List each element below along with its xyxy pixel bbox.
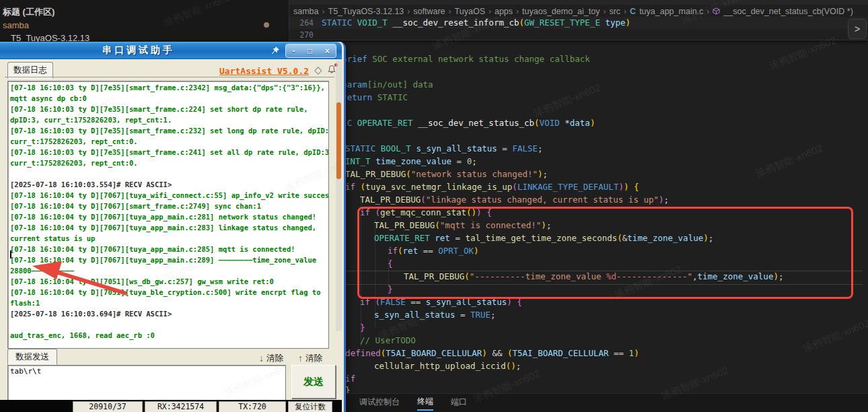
code-token: T5AI_BOARD_CELLULAR (386, 348, 482, 358)
code-token: ( (421, 195, 426, 205)
sticky-expand-button[interactable]: > (848, 19, 867, 39)
code-token: == (614, 348, 629, 358)
code-token: s_syn_all_status (374, 310, 460, 320)
log-line: flash:1 (10, 299, 40, 307)
window-controls: - □ × (285, 44, 336, 58)
code-token: ) (511, 361, 516, 371)
clear-recv-button[interactable]: ↓ 清除 (259, 351, 283, 365)
log-line: [07-18 16:10:04 ty D][7067][tuya_app_mai… (10, 245, 295, 253)
code-line: TAL_PR_DEBUG("linkage status changed, cu… (360, 194, 669, 206)
code-line: s_syn_all_status = TRUE; (374, 309, 496, 321)
scrollbar-track[interactable] (336, 61, 342, 331)
code-token: ) (618, 182, 624, 192)
window-titlebar[interactable]: 串口调试助手 - □ × (0, 42, 342, 59)
scrollbar-thumb-orange[interactable] (336, 102, 341, 179)
code-token: TRUE (470, 310, 491, 320)
panel-tab-inactive[interactable]: 调试控制台 (359, 397, 400, 410)
log-line: [07-18 16:10:04 ty D][7051][ws_db_gw.c:2… (10, 277, 274, 285)
screen: 标题 (工作区) samba T5_TuyaOS-3.12.13 samba›T… (0, 0, 868, 412)
close-button[interactable]: × (325, 46, 330, 56)
code-token: = (502, 143, 512, 153)
chevron-right-icon: > (855, 24, 860, 34)
serial-assistant-window: 串口调试助手 - □ × 数据日志 UartAssist V5.0.2 ◇ (0, 42, 346, 412)
log-line: [2025-07-18 16:10:03.554]# RECV ASCII> (10, 180, 172, 188)
code-token: // UserTODO (360, 335, 416, 345)
code-token: * (565, 118, 570, 128)
code-token: tuya_svc_netmgr_linkage_is_up (365, 182, 512, 192)
log-line: [07-18 16:10:03 ty D][7e35][smart_frame.… (10, 127, 329, 135)
log-line: [07-18 16:10:04 ty D][7067][tuya_wifi_co… (10, 191, 329, 199)
log-line: mqtt async dp cb:0 (10, 94, 87, 102)
tab-divider (5, 77, 334, 77)
log-line: curr_t:1752826203, rept_cnt:0. (10, 137, 138, 145)
code-token: ; (543, 169, 548, 179)
panel-tab-inactive[interactable]: 端口 (451, 397, 467, 410)
code-token: if (345, 182, 361, 192)
code-token: ; (664, 195, 670, 205)
code-line: STATIC BOOL_T s_syn_all_status = FALSE; (345, 143, 543, 155)
code-token: VOID (540, 118, 565, 128)
send-button[interactable]: 发送 (291, 365, 336, 399)
code-token: T5AI_BOARD_CELLULAR (513, 348, 614, 358)
code-token: data (570, 118, 590, 128)
code-token: ; (472, 156, 477, 166)
code-token: ) (634, 348, 639, 358)
diamond-icon[interactable]: ◇ (314, 64, 322, 76)
arrow-down-icon: ↓ (259, 353, 264, 364)
code-token: "linkage status changed, current status … (426, 195, 659, 205)
code-token: TAL_PR_DEBUG (345, 169, 406, 179)
code-token: = (460, 310, 470, 320)
clear-send-button[interactable]: ↑ 清除 (298, 351, 322, 365)
status-counter: TX:720 (219, 401, 286, 412)
code-token: ) (482, 348, 487, 358)
code-token: OPERATE_RET (357, 118, 418, 128)
code-token: s_syn_all_status (416, 143, 502, 153)
uartassist-version-link[interactable]: UartAssist V5.0.2 (219, 66, 309, 76)
code-line: } (360, 322, 365, 334)
log-line: [07-18 16:10:03 ty D][7e35][smart_frame.… (10, 148, 329, 156)
code-line: if (tuya_svc_netmgr_linkage_is_up(LINKAG… (345, 181, 639, 193)
code-line: TAL_PR_DEBUG("network status changed!"); (345, 168, 548, 180)
code-token: ( (406, 169, 411, 179)
code-token: TAL_PR_DEBUG (360, 195, 421, 205)
code-token: ( (361, 182, 366, 192)
pin-icon (270, 46, 280, 55)
log-line: [07-18 16:10:04 ty D][7051][tuya_ble_cry… (10, 288, 320, 296)
code-line: STATIC OPERATE_RET __soc_dev_net_status_… (322, 117, 595, 129)
pin-button[interactable] (268, 44, 283, 57)
code-token: time_zone_value (375, 156, 456, 166)
code-token: __soc_dev_net_status_cb (418, 118, 534, 128)
code-token: BOOL_T (381, 143, 417, 153)
code-token: ) (659, 195, 664, 205)
log-line: [07-18 16:10:04 ty D][7067][tuya_app_mai… (10, 224, 316, 232)
send-input[interactable]: tab\r\t (7, 365, 286, 401)
bottom-panel-tabbar: 调试控制台终端端口 (342, 393, 868, 412)
code-token: SOC external network status change callb… (367, 54, 590, 64)
code-token: FALSE (512, 143, 538, 153)
code-token: && (487, 348, 507, 358)
code-line: * @brief SOC external network status cha… (322, 53, 590, 65)
code-token: ; (516, 361, 521, 371)
log-line: dpID:3, curr_t:1752826203, rept_cnt:1. (10, 116, 172, 124)
log-line: 28800—————————— (10, 267, 74, 275)
log-line: aud_tras_enc, 1668, read aec_rb :0 (10, 331, 155, 339)
code-token: [in/out] data (367, 79, 433, 90)
code-token: LINKAGE_TYPE_DEFAULT (517, 182, 619, 192)
code-line: cellular_http_upload_iccid(); (374, 360, 521, 372)
code-line: INT_T time_zone_value = 0; (345, 156, 477, 168)
code-token: ; (491, 310, 496, 320)
panel-tab-active[interactable]: 终端 (417, 396, 433, 411)
code-line: #if defined(T5AI_BOARD_CELLULAR) && (T5A… (325, 347, 639, 359)
code-token: 1 (629, 348, 635, 358)
reset-count-button[interactable]: 复位计数 (288, 401, 332, 412)
code-line: // UserTODO (360, 335, 416, 347)
code-token: ( (512, 182, 517, 192)
minimize-button[interactable]: - (292, 46, 295, 56)
code-token: ) (538, 169, 543, 179)
serial-log-area[interactable]: [07-18 16:10:03 ty D][7e35][smart_frame.… (7, 81, 329, 349)
tab-data-send[interactable]: 数据发送 (7, 349, 57, 365)
log-line: [2025-07-18 16:10:03.694]# RECV ASCII> (10, 310, 172, 318)
log-line: curr_t:1752826203, rept_cnt:0. (10, 159, 138, 167)
maximize-button[interactable]: □ (308, 46, 312, 56)
status-counter: 20910/37 (73, 401, 143, 412)
